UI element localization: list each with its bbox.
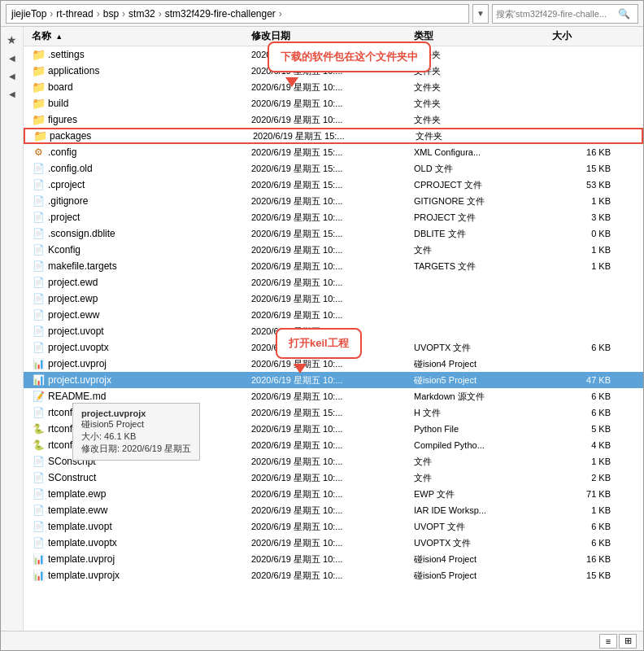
- file-name-cell: 📊 template.uvprojx: [24, 569, 251, 582]
- sep-4: ›: [159, 8, 162, 20]
- file-icon: 📄: [32, 227, 45, 240]
- table-row[interactable]: 📄 .cproject 2020/6/19 星期五 15:... CPROJEC…: [24, 177, 643, 193]
- file-type-cell: 文件: [414, 456, 552, 468]
- file-date-cell: 2020/6/19 星期五 10:...: [251, 439, 414, 452]
- breadcrumb-stm32[interactable]: stm32: [128, 8, 155, 20]
- file-icon: 📄: [32, 194, 45, 208]
- file-date-cell: 2020/6/19 星期五 10:...: [251, 472, 414, 484]
- breadcrumb-path: jiejieTop › rt-thread › bsp › stm32 › st…: [6, 4, 469, 24]
- col-header-name[interactable]: 名称 ▲: [24, 29, 251, 43]
- file-icon: 📊: [32, 357, 45, 370]
- star-icon[interactable]: ★: [6, 33, 19, 46]
- breadcrumb-bsp[interactable]: bsp: [103, 8, 119, 20]
- table-row[interactable]: 📁 build 2020/6/19 星期五 10:... 文件夹: [24, 95, 643, 111]
- file-date-cell: 2020/6/19 星期五 10:...: [251, 505, 414, 517]
- table-row[interactable]: 📄 .project 2020/6/19 星期五 10:... PROJECT …: [24, 209, 643, 225]
- file-icon: 📄: [32, 406, 45, 419]
- file-name-label: .settings: [48, 49, 85, 60]
- back-icon[interactable]: ◀: [6, 51, 19, 64]
- file-size-cell: 47 KB: [552, 375, 617, 385]
- table-row[interactable]: 📄 template.uvopt 2020/6/19 星期五 10:... UV…: [24, 518, 643, 535]
- file-name-cell: 📄 project.eww: [24, 308, 251, 321]
- table-row[interactable]: 📊 template.uvprojx 2020/6/19 星期五 10:... …: [24, 567, 643, 583]
- file-size-cell: 15 KB: [552, 164, 617, 173]
- file-size-cell: 16 KB: [552, 147, 617, 157]
- file-name-cell: 📊 template.uvproj: [24, 553, 251, 566]
- table-row[interactable]: 📁 packages 2020/6/19 星期五 15:... 文件夹: [24, 128, 643, 144]
- file-date-cell: 2020/6/19 星期五 10:...: [251, 293, 414, 305]
- nav-icon-2[interactable]: ◀: [6, 69, 19, 82]
- file-date-cell: 2020/6/19 星期五 10:...: [251, 570, 414, 582]
- table-row[interactable]: 📄 template.uvoptx 2020/6/19 星期五 10:... U…: [24, 535, 643, 551]
- file-type-cell: 文件夹: [414, 98, 552, 110]
- file-size-cell: 71 KB: [552, 489, 617, 499]
- callout-keil: 打开keil工程: [276, 328, 362, 359]
- sep-3: ›: [122, 8, 125, 20]
- table-row[interactable]: 📄 template.ewp 2020/6/19 星期五 10:... EWP …: [24, 486, 643, 502]
- file-type-cell: 碰ision4 Project: [414, 358, 552, 370]
- file-name-cell: 📄 .project: [24, 211, 251, 224]
- address-bar: jiejieTop › rt-thread › bsp › stm32 › st…: [1, 1, 643, 27]
- table-row[interactable]: 📄 project.ewp 2020/6/19 星期五 10:...: [24, 291, 643, 307]
- file-date-cell: 2020/6/19 星期五 10:...: [251, 391, 414, 403]
- sep-2: ›: [97, 8, 100, 20]
- search-icon[interactable]: 🔍: [615, 5, 633, 23]
- detail-view-button[interactable]: ⊞: [619, 634, 637, 649]
- table-row[interactable]: 📄 SConstruct 2020/6/19 星期五 10:... 文件 2 K…: [24, 470, 643, 486]
- file-icon: ⚙: [32, 146, 45, 159]
- col-header-size[interactable]: 大小: [552, 29, 617, 43]
- file-name-cell: 📁 applications: [24, 64, 251, 77]
- file-date-cell: 2020/6/19 星期五 10:...: [251, 537, 414, 549]
- list-view-button[interactable]: ≡: [599, 634, 617, 649]
- file-date-cell: 2020/6/19 星期五 10:...: [251, 358, 414, 370]
- file-name-cell: 📄 Kconfig: [24, 243, 251, 256]
- file-date-cell: 2020/6/19 星期五 15:...: [253, 130, 416, 142]
- file-size-cell: 1 KB: [552, 245, 617, 255]
- table-row[interactable]: 📄 makefile.targets 2020/6/19 星期五 10:... …: [24, 258, 643, 274]
- breadcrumb-challenger[interactable]: stm32f429-fire-challenger: [165, 8, 276, 20]
- table-row[interactable]: 📄 project.eww 2020/6/19 星期五 10:...: [24, 307, 643, 323]
- file-size-cell: 1 KB: [552, 457, 617, 466]
- file-name-label: applications: [48, 65, 99, 76]
- breadcrumb-jiejietop[interactable]: jiejieTop: [11, 8, 46, 20]
- table-row[interactable]: 📄 .config.old 2020/6/19 星期五 15:... OLD 文…: [24, 160, 643, 177]
- table-row[interactable]: 📄 Kconfig 2020/6/19 星期五 10:... 文件 1 KB: [24, 242, 643, 258]
- file-type-cell: 文件: [414, 244, 552, 256]
- file-name-label: README.md: [48, 391, 106, 402]
- table-row[interactable]: 📁 figures 2020/6/19 星期五 10:... 文件夹: [24, 111, 643, 128]
- search-input[interactable]: [493, 9, 615, 19]
- file-name-label: Kconfig: [48, 244, 80, 256]
- table-row[interactable]: 📁 board 2020/6/19 星期五 10:... 文件夹: [24, 79, 643, 95]
- file-name-label: template.uvopt: [48, 521, 112, 532]
- file-name-label: template.ewp: [48, 488, 106, 500]
- table-row[interactable]: ⚙ .config 2020/6/19 星期五 15:... XML Confi…: [24, 144, 643, 160]
- file-name-label: board: [48, 81, 73, 93]
- nav-icon-3[interactable]: ◀: [6, 87, 19, 100]
- status-bar: ≡ ⊞: [1, 631, 643, 650]
- view-buttons: ≡ ⊞: [599, 634, 637, 649]
- breadcrumb-rtthread[interactable]: rt-thread: [56, 8, 93, 20]
- file-date-cell: 2020/6/19 星期五 10:...: [251, 98, 414, 110]
- file-size-cell: 6 KB: [552, 522, 617, 531]
- table-row[interactable]: 📄 .sconsign.dblite 2020/6/19 星期五 15:... …: [24, 225, 643, 242]
- path-dropdown-button[interactable]: ▼: [472, 4, 489, 24]
- col-header-type[interactable]: 类型: [414, 29, 552, 43]
- sep-1: ›: [50, 8, 53, 20]
- file-icon: 📁: [32, 97, 45, 110]
- file-name-cell: 📄 .config.old: [24, 162, 251, 175]
- file-name-label: project.uvoptx: [48, 342, 109, 353]
- table-row[interactable]: 📄 project.ewd 2020/6/19 星期五 10:...: [24, 274, 643, 291]
- file-icon: 📁: [32, 81, 45, 94]
- table-row[interactable]: 📊 project.uvprojx 2020/6/19 星期五 10:... 碰…: [24, 372, 643, 388]
- file-icon: 📄: [32, 504, 45, 517]
- file-icon: 📁: [32, 64, 45, 77]
- table-row[interactable]: 📝 README.md 2020/6/19 星期五 10:... Markdow…: [24, 388, 643, 404]
- file-name-label: project.uvproj: [48, 358, 107, 369]
- file-date-cell: 2020/6/19 星期五 10:...: [251, 488, 414, 500]
- table-row[interactable]: 📄 .gitignore 2020/6/19 星期五 10:... GITIGN…: [24, 193, 643, 209]
- table-row[interactable]: 📄 template.eww 2020/6/19 星期五 10:... IAR …: [24, 502, 643, 518]
- file-name-label: SConstruct: [48, 472, 96, 483]
- file-name-label: project.ewp: [48, 293, 98, 304]
- content-area: ★ ◀ ◀ ◀ 名称 ▲ 修改日期 类型 大小 📁 .settings 2020…: [1, 27, 643, 631]
- table-row[interactable]: 📊 template.uvproj 2020/6/19 星期五 10:... 碰…: [24, 551, 643, 567]
